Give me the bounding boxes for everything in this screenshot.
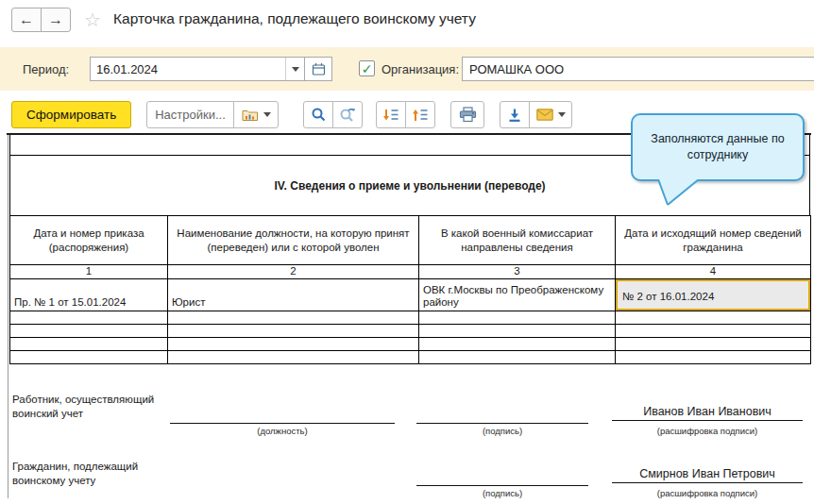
position-signature-line — [170, 423, 395, 424]
search-icon — [311, 107, 327, 123]
org-input[interactable]: РОМАШКА ООО — [462, 57, 814, 81]
filter-bar: Период: 16.01.2024 ✓ Организация: РОМАШК… — [0, 47, 814, 91]
table-header-row: Дата и номер приказа (распоряжения) Наим… — [10, 216, 811, 265]
column-header-position[interactable]: Наименование должности, на которую приня… — [168, 216, 419, 265]
column-number[interactable]: 3 — [419, 265, 616, 279]
settings-button[interactable]: Настройки... — [146, 101, 234, 128]
name-caption: (расшифровка подписи) — [612, 426, 803, 436]
forward-icon: → — [48, 11, 63, 28]
chevron-down-icon — [263, 112, 271, 117]
org-checkbox[interactable]: ✓ — [359, 60, 375, 76]
search-group — [303, 101, 363, 128]
column-header-commissariat[interactable]: В какой военный комиссариат направлены с… — [419, 216, 616, 265]
back-button[interactable]: ← — [11, 8, 42, 32]
clerk-name: Иванов Иван Иванович — [612, 405, 803, 421]
chevron-down-icon — [292, 67, 299, 72]
report-variants-button[interactable] — [233, 101, 279, 128]
column-number[interactable]: 1 — [10, 265, 168, 279]
search-button[interactable] — [303, 101, 333, 128]
citizen-name: Смирнов Иван Петрович — [612, 467, 803, 483]
empty-cell[interactable] — [10, 311, 168, 324]
position-caption: (должность) — [170, 426, 395, 436]
settings-label: Настройки... — [155, 108, 226, 122]
column-header-order[interactable]: Дата и номер приказа (распоряжения) — [10, 216, 168, 265]
empty-cell[interactable] — [419, 337, 616, 350]
search-next-icon — [339, 107, 356, 123]
table-row — [10, 311, 811, 324]
empty-cell[interactable] — [168, 350, 419, 363]
check-icon: ✓ — [362, 62, 373, 76]
period-label: Период: — [23, 62, 69, 76]
empty-cell[interactable] — [10, 324, 168, 337]
empty-cell[interactable] — [168, 311, 419, 324]
empty-cell[interactable] — [419, 324, 616, 337]
print-button[interactable] — [450, 101, 484, 128]
favorite-icon[interactable]: ☆ — [84, 8, 101, 31]
column-number[interactable]: 2 — [168, 265, 419, 279]
callout-text: Заполняются данные по сотруднику — [644, 131, 791, 163]
citizen-signature-line — [416, 485, 588, 486]
column-number-row: 1 2 3 4 — [10, 265, 811, 279]
email-icon — [536, 109, 553, 121]
empty-cell[interactable] — [168, 337, 419, 350]
selected-cell-highlight: № 2 от 16.01.2024 — [616, 278, 811, 311]
empty-cell[interactable] — [10, 337, 168, 350]
cell-order-number[interactable]: Пр. № 1 от 15.01.2024 — [10, 278, 168, 311]
empty-cell[interactable] — [419, 350, 616, 363]
callout-tail — [655, 179, 703, 208]
table-row — [10, 350, 811, 363]
calendar-icon — [312, 62, 326, 76]
save-button[interactable] — [500, 101, 530, 128]
table-row: Пр. № 1 от 15.01.2024 Юрист ОВК г.Москвы… — [10, 278, 811, 311]
empty-cell[interactable] — [616, 350, 811, 363]
outgoing-value: № 2 от 16.01.2024 — [622, 291, 714, 303]
sign-caption: (подпись) — [416, 488, 588, 498]
search-next-button[interactable] — [332, 101, 363, 128]
period-dropdown-button[interactable] — [285, 58, 304, 80]
annotation-callout: Заполняются данные по сотруднику — [631, 113, 805, 181]
print-icon — [459, 107, 477, 123]
empty-cell[interactable] — [616, 337, 811, 350]
collapse-rows-button[interactable] — [405, 101, 435, 128]
save-icon — [507, 108, 522, 123]
page-title: Карточка гражданина, подлежащего воинско… — [113, 10, 476, 27]
clerk-signature-line — [416, 423, 588, 424]
table-row — [10, 324, 811, 337]
org-value: РОМАШКА ООО — [469, 62, 564, 76]
period-input[interactable]: 16.01.2024 — [90, 57, 305, 81]
empty-cell[interactable] — [10, 350, 168, 363]
report-window: ← → ☆ Карточка гражданина, подлежащего в… — [0, 0, 814, 504]
sign-caption: (подпись) — [416, 426, 588, 436]
report-variants-icon — [242, 108, 259, 122]
nav-buttons: ← → — [11, 8, 71, 32]
generate-button[interactable]: Сформировать — [11, 101, 131, 128]
back-icon: ← — [19, 11, 34, 28]
empty-cell[interactable] — [168, 324, 419, 337]
settings-group: Настройки... — [146, 101, 279, 128]
empty-cell[interactable] — [616, 311, 811, 324]
name-caption: (расшифровка подписи) — [612, 488, 803, 498]
cell-outgoing-number-selected[interactable]: № 2 от 16.01.2024 — [616, 278, 811, 311]
column-header-outgoing[interactable]: Дата и исходящий номер сведений граждани… — [616, 216, 811, 265]
expand-rows-icon — [382, 108, 399, 123]
org-label: Организация: — [382, 62, 459, 76]
cell-position[interactable]: Юрист — [168, 278, 419, 311]
column-number[interactable]: 4 — [616, 265, 811, 279]
collapse-rows-icon — [412, 108, 429, 123]
cell-commissariat[interactable]: ОВК г.Москвы по Преображенскому району — [419, 278, 616, 311]
generate-label: Сформировать — [26, 108, 116, 122]
employment-table: Дата и номер приказа (распоряжения) Наим… — [9, 215, 811, 364]
calendar-button[interactable] — [304, 57, 332, 81]
sheet-left-border — [8, 135, 8, 498]
empty-cell[interactable] — [616, 324, 811, 337]
expand-collapse-group — [376, 101, 435, 128]
export-group — [500, 101, 572, 128]
signature-clerk-label: Работник, осуществляющий воинский учет — [12, 393, 178, 421]
chevron-down-icon — [558, 112, 566, 117]
period-value: 16.01.2024 — [91, 62, 285, 76]
email-button[interactable] — [529, 101, 572, 128]
section-title: IV. Сведения о приеме и увольнении (пере… — [274, 179, 545, 193]
forward-button[interactable]: → — [41, 8, 71, 32]
expand-rows-button[interactable] — [376, 101, 406, 128]
empty-cell[interactable] — [419, 311, 616, 324]
